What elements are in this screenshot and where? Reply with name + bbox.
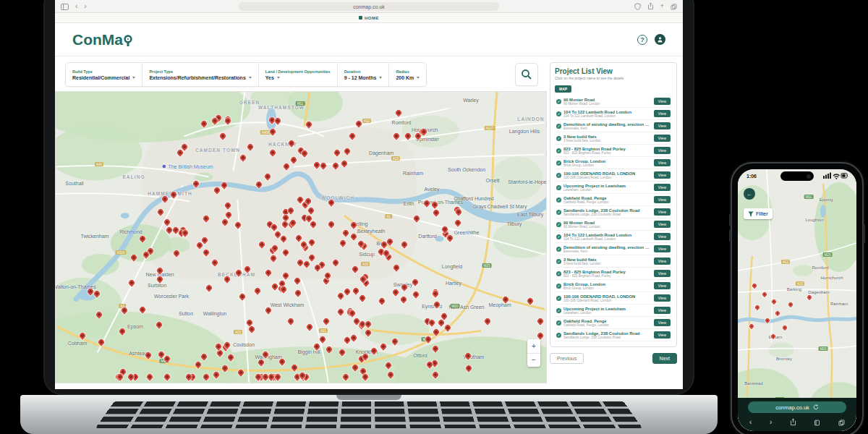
view-button[interactable]: View <box>654 294 671 302</box>
view-button[interactable]: View <box>654 98 671 105</box>
map-pin[interactable] <box>163 355 171 363</box>
map-pin[interactable] <box>431 344 439 352</box>
map-pin[interactable] <box>326 345 333 353</box>
map-pin[interactable] <box>203 215 210 223</box>
map-pin[interactable] <box>337 307 345 315</box>
map-pin[interactable] <box>227 353 235 361</box>
map-pin[interactable] <box>331 161 339 169</box>
map-pin[interactable] <box>411 278 419 286</box>
project-row[interactable]: ✓Brick Group, LondonBrick Group, LondonV… <box>555 280 672 292</box>
filter-dropdown-2[interactable]: Project TypeExtensions/Refurbishment/Res… <box>142 63 258 86</box>
phone-share-icon[interactable] <box>790 416 796 429</box>
phone-map-pin[interactable] <box>770 333 776 339</box>
map-pin[interactable] <box>237 368 244 376</box>
project-row[interactable]: ✓Oakfield Road, PengeOakfield Road, Peng… <box>555 317 672 329</box>
map-pin[interactable] <box>323 317 331 325</box>
map-pin[interactable] <box>138 234 146 242</box>
map-pin[interactable] <box>365 320 373 328</box>
tabs-icon[interactable] <box>671 0 677 13</box>
map-pin[interactable] <box>348 132 356 140</box>
map-pin[interactable] <box>354 119 362 127</box>
map-pin[interactable] <box>253 286 261 294</box>
map-pin[interactable] <box>290 364 298 372</box>
map-pin[interactable] <box>255 181 263 189</box>
map-pin[interactable] <box>358 294 366 302</box>
view-button[interactable]: View <box>654 122 671 129</box>
phone-map-pin[interactable] <box>762 292 767 297</box>
phone-map-pin[interactable] <box>807 294 812 300</box>
map-pin[interactable] <box>224 201 232 209</box>
map-pin[interactable] <box>312 161 320 169</box>
map-pin[interactable] <box>385 361 393 369</box>
project-row[interactable]: ✓3 New build flats3 New build flats, Lon… <box>555 255 672 268</box>
phone-map-pin[interactable] <box>752 283 757 289</box>
map-pin[interactable] <box>118 327 126 335</box>
map-pin[interactable] <box>161 195 169 203</box>
map-pin[interactable] <box>278 357 286 365</box>
filter-dropdown-3[interactable]: Land / Development OpportunitiesYes <box>259 63 338 86</box>
map-pin[interactable] <box>223 275 231 283</box>
map-pin[interactable] <box>303 260 311 268</box>
map-pin[interactable] <box>432 208 440 216</box>
map-pin[interactable] <box>294 289 302 297</box>
map-pin[interactable] <box>268 128 276 136</box>
map-pin[interactable] <box>221 182 229 190</box>
map-pin[interactable] <box>352 265 359 273</box>
map-pin[interactable] <box>205 284 213 292</box>
map-pin[interactable] <box>274 116 282 124</box>
map-pin[interactable] <box>351 363 359 371</box>
view-button[interactable]: View <box>654 331 671 339</box>
map-pin[interactable] <box>352 287 359 295</box>
project-row[interactable]: ✓Sandlands Lodge, 238 Coulsdon RoadSandl… <box>555 206 672 218</box>
map-pin[interactable] <box>261 350 269 358</box>
map-pin[interactable] <box>93 289 101 297</box>
map-pin[interactable] <box>224 210 232 218</box>
map-pin[interactable] <box>412 291 420 299</box>
map-pin[interactable] <box>281 221 289 229</box>
new-tab-icon[interactable]: + <box>660 3 664 9</box>
map-pin[interactable] <box>425 335 433 343</box>
map-pin[interactable] <box>362 373 370 380</box>
map-pin[interactable] <box>283 162 291 170</box>
map-pin[interactable] <box>282 248 290 256</box>
map-view[interactable]: GREENWALTHAMSTOWCAMDEN TOWNHACKNEYEALING… <box>55 91 547 383</box>
phone-back-button[interactable]: ← <box>744 188 755 200</box>
view-button[interactable]: View <box>654 270 671 277</box>
filter-dropdown-1[interactable]: Build TypeResidential/Commercial <box>66 63 142 86</box>
map-pin[interactable] <box>380 343 388 351</box>
map-pin[interactable] <box>95 311 103 319</box>
map-pin[interactable] <box>392 132 400 140</box>
map-pin[interactable] <box>422 199 430 207</box>
map-pin[interactable] <box>343 147 351 155</box>
phone-map-pin[interactable] <box>775 310 780 316</box>
map-pin[interactable] <box>294 276 302 284</box>
map-pin[interactable] <box>213 187 221 195</box>
project-row[interactable]: ✓Demolition of existing dwelling, erecti… <box>555 120 672 132</box>
project-row[interactable]: ✓Upcoming Project in LewishamLewisham, L… <box>555 182 672 194</box>
project-row[interactable]: ✓90 Monier Road90 Monier Road, LondonVie… <box>555 95 672 108</box>
map-pin[interactable] <box>401 240 409 248</box>
view-button[interactable]: View <box>654 307 671 314</box>
view-button[interactable]: View <box>654 208 671 216</box>
project-row[interactable]: ✓100-106 ODENARD ROAD, LONDON100-106 Ode… <box>555 292 672 305</box>
map-pin[interactable] <box>270 224 278 231</box>
map-pin[interactable] <box>343 288 351 296</box>
project-row[interactable]: ✓104 To 122 Lambeth Road London104 To 12… <box>555 108 672 120</box>
filter-dropdown-5[interactable]: Radius200 Km <box>389 63 426 86</box>
phone-back-nav-icon[interactable]: ‹ <box>749 419 752 426</box>
phone-bookmarks-icon[interactable] <box>814 416 820 429</box>
map-pin[interactable] <box>214 342 222 350</box>
map-pin[interactable] <box>172 249 180 257</box>
map-pin[interactable] <box>280 234 288 242</box>
project-row[interactable]: ✓Brick Group, LondonBrick Group, LondonV… <box>555 157 672 169</box>
map-pin[interactable] <box>202 248 210 256</box>
map-pin[interactable] <box>156 320 163 328</box>
map-pin[interactable] <box>454 218 461 226</box>
view-button[interactable]: View <box>654 110 671 117</box>
map-pin[interactable] <box>340 159 348 167</box>
map-pin[interactable] <box>145 351 153 359</box>
map-pin[interactable] <box>97 338 105 346</box>
map-pin[interactable] <box>333 148 341 156</box>
search-button[interactable] <box>515 63 538 86</box>
map-pin[interactable] <box>327 199 335 207</box>
